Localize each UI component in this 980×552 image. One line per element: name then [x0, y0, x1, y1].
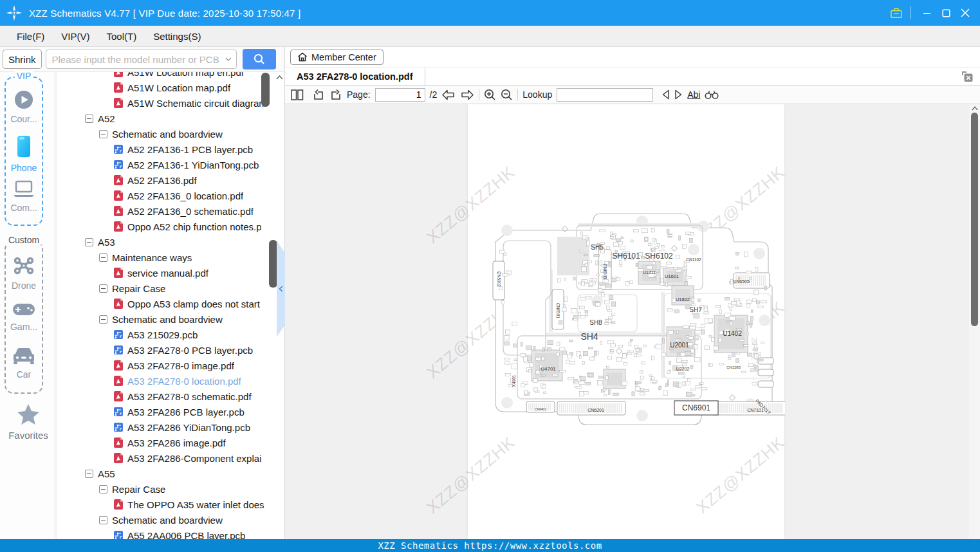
- tree-file-item[interactable]: A53 2FA286-Component explai: [57, 450, 284, 466]
- tree-file-item[interactable]: A52 2FA136_0 schematic.pdf: [57, 203, 284, 219]
- tree-file-item[interactable]: service manual.pdf: [57, 265, 284, 281]
- sidebar-item-phone[interactable]: Phone: [6, 134, 42, 173]
- shrink-button[interactable]: Shrink: [3, 50, 42, 69]
- tree-scroll-up-icon[interactable]: [276, 75, 283, 80]
- collapse-toggle-icon[interactable]: [99, 485, 107, 493]
- zoom-out-icon[interactable]: [501, 89, 513, 101]
- menu-item-vip[interactable]: VIP(V): [54, 28, 97, 44]
- tree-item-label: The OPPO A35 water inlet does: [127, 499, 264, 510]
- lookup-input[interactable]: [557, 88, 653, 102]
- panel-collapse-handle[interactable]: [277, 241, 285, 337]
- sidebar-item-course[interactable]: Cour...: [6, 89, 42, 124]
- binoculars-icon[interactable]: [705, 89, 719, 100]
- sidebar-item-game[interactable]: Gam...: [6, 301, 42, 332]
- pcb-board-svg: 2FA278 -0SH5SH6101SH6102CN1102U1711U1601…: [481, 211, 785, 427]
- collapse-toggle-icon[interactable]: [85, 115, 93, 123]
- tree-file-item[interactable]: A52 2FA136_0 location.pdf: [57, 188, 284, 203]
- tree-file-item[interactable]: A51W Location map en.pdf: [57, 72, 284, 80]
- tree-file-item[interactable]: A53 2FA278-0 PCB layer.pcb: [57, 342, 284, 358]
- tree-branch[interactable]: A52: [57, 111, 284, 126]
- svg-text:CN6901: CN6901: [682, 403, 710, 412]
- pcb-location-diagram: 2FA278 -0SH5SH6101SH6102CN1102U1711U1601…: [481, 211, 785, 427]
- tree-file-item[interactable]: A52 2FA136-1 YiDianTong.pcb: [57, 157, 284, 172]
- next-page-icon[interactable]: [460, 89, 474, 100]
- svg-text:CN6501: CN6501: [556, 303, 560, 318]
- pdf-canvas[interactable]: XZZ@XZZHKXZZ@XZZHKXZZ@XZZHKXZZ@XZZHKXZZ@…: [285, 104, 980, 539]
- close-button[interactable]: [956, 3, 975, 23]
- tree-branch[interactable]: Schematic and boardview: [57, 311, 284, 327]
- tree-file-item[interactable]: A53 215029.pcb: [57, 327, 284, 342]
- left-panel: Shrink VIP: [0, 47, 285, 539]
- tree-branch[interactable]: Repair Case: [57, 481, 284, 497]
- tree-file-item[interactable]: A53 2FA286 image.pdf: [57, 435, 284, 450]
- collapse-toggle-icon[interactable]: [99, 130, 107, 138]
- tree-file-item[interactable]: A53 2FA286 PCB layer.pcb: [57, 404, 284, 419]
- viewer-scrollbar[interactable]: [969, 104, 980, 539]
- drone-icon: [12, 255, 35, 277]
- search-row: Shrink: [0, 47, 284, 72]
- sidebar-item-drone[interactable]: Drone: [6, 255, 42, 291]
- collapse-toggle-icon[interactable]: [99, 516, 107, 524]
- find-next-icon[interactable]: [674, 89, 683, 100]
- search-input[interactable]: [46, 50, 237, 69]
- collapse-toggle-icon[interactable]: [85, 470, 93, 478]
- gamepad-icon: [12, 301, 36, 318]
- tree-file-item[interactable]: A53 2FA286 YiDianTong.pcb: [57, 419, 284, 435]
- tree-file-item[interactable]: Oppo A53 clamp does not start: [57, 296, 284, 311]
- tree-file-item[interactable]: A51W Location map.pdf: [57, 80, 284, 95]
- collapse-toggle-icon[interactable]: [99, 253, 107, 262]
- lookup-label: Lookup: [522, 89, 552, 100]
- tree-file-item[interactable]: A51W Schematic circuit diagram: [57, 95, 284, 111]
- sidebar-item-car[interactable]: Car: [6, 346, 42, 380]
- rotate-right-icon[interactable]: [329, 89, 342, 101]
- previous-page-icon[interactable]: [441, 89, 456, 100]
- sidebar-item-computer[interactable]: Com...: [6, 179, 42, 213]
- viewer-scrollbar-thumb[interactable]: [971, 113, 978, 326]
- tree-file-item[interactable]: A53 2FA278-0 schematic.pdf: [57, 389, 284, 404]
- find-previous-icon[interactable]: [661, 89, 670, 100]
- zoom-in-icon[interactable]: [484, 89, 496, 101]
- search-button[interactable]: [243, 49, 276, 69]
- tree-branch[interactable]: Schematic and boardview: [57, 126, 284, 142]
- tree-branch[interactable]: Repair Case: [57, 281, 284, 296]
- minimize-button[interactable]: [917, 3, 936, 23]
- close-all-tabs-button[interactable]: [961, 71, 974, 85]
- tree-branch[interactable]: Schematic and boardview: [57, 512, 284, 528]
- page-number-input[interactable]: [375, 88, 425, 102]
- tree-item-label: Repair Case: [112, 484, 165, 495]
- tree-branch[interactable]: Maintenance ways: [57, 250, 284, 265]
- two-page-view-icon[interactable]: [291, 89, 304, 100]
- document-tab[interactable]: A53 2FA278-0 location.pdf: [285, 68, 425, 85]
- rotate-left-icon[interactable]: [312, 89, 325, 101]
- titlebar: XZZ Schematics V4.77 [ VIP Due date: 202…: [0, 0, 980, 26]
- menu-item-file[interactable]: File(F): [10, 28, 51, 44]
- collapse-toggle-icon[interactable]: [85, 238, 93, 246]
- toolbar-divider: [479, 89, 479, 100]
- collapse-toggle-icon[interactable]: [99, 284, 107, 293]
- tree-file-item[interactable]: A55 2AA006 PCB layer.pcb: [57, 528, 284, 539]
- tree-file-item[interactable]: A53 2FA278-0 image.pdf: [57, 358, 284, 373]
- vip-briefcase-icon[interactable]: [887, 3, 906, 23]
- titlebar-separator: [910, 6, 911, 19]
- tree-file-item[interactable]: The OPPO A35 water inlet does: [57, 497, 284, 512]
- scroll-up-icon[interactable]: [972, 106, 978, 111]
- tree-file-item[interactable]: A53 2FA278-0 location.pdf: [57, 373, 284, 389]
- menu-item-settings[interactable]: Settings(S): [146, 28, 208, 44]
- tree-branch[interactable]: A55: [57, 466, 284, 481]
- tree-scrollbar-thumb-top[interactable]: [261, 73, 270, 107]
- tree-item-label: A52 2FA136_0 location.pdf: [127, 190, 243, 201]
- tree-file-item[interactable]: Oppo A52 chip function notes.p: [57, 219, 284, 234]
- maximize-button[interactable]: [936, 3, 956, 23]
- match-case-toggle[interactable]: Abi: [687, 89, 700, 100]
- tree-file-item[interactable]: A52 2FA136-1 PCB layer.pcb: [57, 142, 284, 157]
- pcb-file-icon: [113, 144, 124, 154]
- tree-file-item[interactable]: A52 2FA136.pdf: [57, 172, 284, 188]
- member-center-button[interactable]: Member Center: [290, 50, 384, 65]
- collapse-toggle-icon[interactable]: [99, 315, 107, 324]
- svg-text:X4901: X4901: [512, 374, 516, 387]
- tree-branch[interactable]: A53: [57, 234, 284, 250]
- menu-item-tool[interactable]: Tool(T): [100, 28, 144, 44]
- sidebar-item-favorites[interactable]: Favorites: [0, 403, 57, 441]
- tree-item-label: A52: [98, 113, 115, 124]
- tree-scrollbar-thumb[interactable]: [269, 240, 277, 288]
